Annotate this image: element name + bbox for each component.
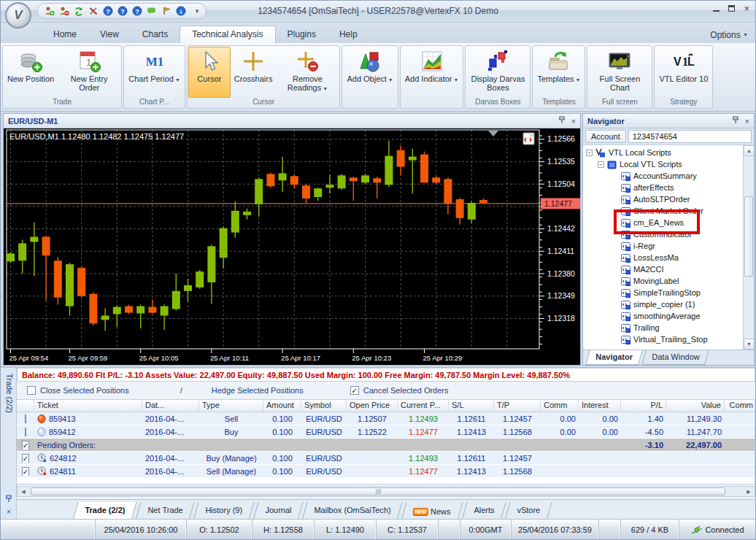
- tools-icon[interactable]: [88, 6, 99, 17]
- close-icon[interactable]: ×: [571, 117, 576, 126]
- tree-item-aftereffects[interactable]: afterEffects: [583, 182, 742, 193]
- tree-item-losslessma[interactable]: LossLessMa: [583, 252, 742, 263]
- tab-technical-analysis[interactable]: Technical Analysis: [180, 26, 275, 43]
- tree-item-trailing[interactable]: Trailing: [583, 322, 742, 333]
- collapse-icon[interactable]: −: [598, 161, 604, 168]
- column-header-value[interactable]: Value: [666, 400, 725, 412]
- help-icon[interactable]: ?: [131, 6, 142, 17]
- column-header-amount[interactable]: Amount: [263, 400, 301, 412]
- scroll-right-icon[interactable]: ▶: [743, 487, 755, 496]
- column-header-interest[interactable]: Interest: [579, 400, 621, 412]
- row-select-checkbox[interactable]: ✓: [22, 441, 29, 450]
- cursor-button[interactable]: Cursor: [188, 47, 231, 98]
- scrollbar-thumb[interactable]: [744, 196, 753, 277]
- help-icon[interactable]: ?: [117, 6, 128, 17]
- tree-item-movinglabel[interactable]: MovingLabel: [583, 275, 742, 287]
- column-header-current-p-[interactable]: Current P...: [398, 400, 449, 412]
- column-header-symbol[interactable]: Symbol: [301, 400, 347, 412]
- pin-icon[interactable]: [732, 116, 739, 126]
- table-row[interactable]: 8594132016-04-...Sell0.100EUR/USD1.12507…: [17, 412, 755, 425]
- column-header-p-l[interactable]: P/L: [621, 400, 666, 412]
- cancel-selected-label[interactable]: Cancel Selected Orders: [363, 386, 449, 395]
- column-header-type[interactable]: Type: [199, 400, 263, 412]
- add-user-icon[interactable]: [44, 6, 55, 17]
- tree-item-client-market-order[interactable]: Client Market Order: [583, 205, 742, 217]
- close-icon[interactable]: ×: [7, 507, 11, 516]
- trade-side-tab[interactable]: Trade (2/2): [4, 374, 14, 413]
- full-screen-chart-button[interactable]: Full Screen Chart: [588, 47, 651, 98]
- tree-item-simpletrailingstop[interactable]: SimpleTrailingStop: [583, 287, 742, 298]
- bottom-tab-net-trade[interactable]: Net Trade: [135, 502, 194, 520]
- bottom-tab-mailbox-omsaitech-[interactable]: Mailbox (OmSaiTech): [302, 502, 403, 520]
- table-row[interactable]: ✓6248122016-04-...Buy (Manage)0.100EUR/U…: [17, 452, 755, 465]
- chart-canvas[interactable]: 1.125661.125351.125041.124421.124111.123…: [4, 128, 580, 365]
- remove-readings-button[interactable]: Remove Readings ▼: [276, 47, 339, 98]
- add-object-button[interactable]: Add Object ▼: [343, 47, 396, 98]
- close-selected-checkbox[interactable]: [27, 386, 36, 395]
- account-input[interactable]: 1234574654: [628, 130, 752, 143]
- templates-button[interactable]: Templates ▼: [533, 47, 584, 98]
- table-row[interactable]: 8594122016-04-...Buy0.100EUR/USD1.125221…: [17, 425, 755, 439]
- navigator-scrollbar[interactable]: ▲▼: [743, 145, 754, 350]
- tab-charts[interactable]: Charts: [131, 26, 180, 43]
- tree-item-i-regr[interactable]: i-Regr: [583, 240, 742, 252]
- info-icon[interactable]: i: [175, 6, 186, 17]
- tree-item-autosltporder[interactable]: AutoSLTPOrder: [583, 193, 742, 205]
- tree-item-smoothingaverage[interactable]: smoothingAverage: [583, 310, 742, 322]
- scroll-left-icon[interactable]: ◀: [18, 487, 29, 496]
- crosshairs-button[interactable]: Crosshairs: [231, 47, 277, 98]
- bottom-tab-alerts[interactable]: Alerts: [461, 502, 506, 520]
- refresh-icon[interactable]: [73, 6, 84, 17]
- app-logo-icon[interactable]: V: [5, 2, 31, 28]
- column-header-t-p[interactable]: T/P: [494, 400, 541, 412]
- column-header-open-price[interactable]: Open Price: [347, 400, 398, 412]
- tree-item-vtl-local-scripts[interactable]: −VTL Local Scripts: [583, 147, 742, 158]
- tree-item-accountsummary[interactable]: AccountSummary: [583, 170, 742, 182]
- add-indicator-button[interactable]: Add Indicator ▼: [401, 47, 463, 98]
- close-icon[interactable]: ×: [745, 117, 749, 126]
- tab-help[interactable]: Help: [328, 26, 369, 43]
- column-header-ticket[interactable]: Ticket: [34, 400, 142, 412]
- announce-icon[interactable]: [161, 6, 171, 17]
- pin-icon[interactable]: [558, 116, 566, 126]
- bottom-tab-trade-2-2-[interactable]: Trade (2/2): [72, 502, 136, 520]
- column-header-select[interactable]: [17, 400, 34, 412]
- tree-item-simple-copier-1-[interactable]: simple_copier (1): [583, 298, 742, 310]
- scroll-down-icon[interactable]: ▼: [744, 339, 754, 350]
- new-position-button[interactable]: New Position: [4, 47, 58, 98]
- horizontal-scrollbar[interactable]: ◀ ▶: [17, 486, 755, 497]
- quickbar-more-icon[interactable]: ▼: [194, 8, 200, 15]
- tab-home[interactable]: Home: [42, 26, 88, 43]
- collapse-icon[interactable]: −: [586, 150, 593, 156]
- tree-item-cm-ea-news[interactable]: cm_EA_News: [583, 217, 742, 228]
- cancel-selected-checkbox[interactable]: ✓: [350, 386, 359, 395]
- tree-item-customindicator[interactable]: CustomIndicator: [583, 228, 742, 240]
- pin-icon[interactable]: [5, 495, 12, 504]
- scroll-up-icon[interactable]: ▲: [744, 145, 754, 156]
- remove-user-icon[interactable]: [58, 6, 69, 17]
- column-header-s-l[interactable]: S/L: [449, 400, 494, 412]
- column-header-dat-[interactable]: Dat...: [142, 400, 199, 412]
- vtl-editor-10-button[interactable]: V1LVTL Editor 10: [655, 47, 711, 98]
- close-button[interactable]: ×: [744, 4, 749, 14]
- table-row[interactable]: ✓6248112016-04-...Sell (Manage)0.100EUR/…: [17, 465, 755, 478]
- bottom-tab-journal[interactable]: Journal: [252, 502, 303, 520]
- nav-tab-data-window[interactable]: Data Window: [641, 350, 709, 365]
- options-button[interactable]: Options ▼: [710, 30, 748, 40]
- minimize-button[interactable]: [713, 4, 720, 14]
- column-header-comm[interactable]: Comm: [541, 400, 579, 412]
- help-icon[interactable]: ?: [102, 6, 113, 17]
- column-header-comm[interactable]: Comm: [725, 400, 756, 412]
- row-select-checkbox[interactable]: [25, 414, 26, 423]
- display-darvas-boxes-button[interactable]: Display Darvas Boxes: [466, 47, 529, 98]
- tree-item-local-vtl-scripts[interactable]: −Local VTL Scripts: [583, 158, 742, 170]
- chart-period-button[interactable]: M1Chart Period ▼: [125, 47, 184, 98]
- tab-view[interactable]: View: [88, 26, 131, 43]
- row-select-checkbox[interactable]: ✓: [22, 454, 29, 463]
- hedge-selected-label[interactable]: Hedge Selected Positions: [212, 386, 304, 395]
- row-select-checkbox[interactable]: ✓: [22, 467, 29, 476]
- row-select-checkbox[interactable]: [25, 428, 26, 436]
- nav-tab-navigator[interactable]: Navigator: [585, 350, 642, 365]
- bottom-tab-history-9-[interactable]: History (9): [193, 502, 255, 520]
- tab-plugins[interactable]: Plugins: [276, 26, 328, 43]
